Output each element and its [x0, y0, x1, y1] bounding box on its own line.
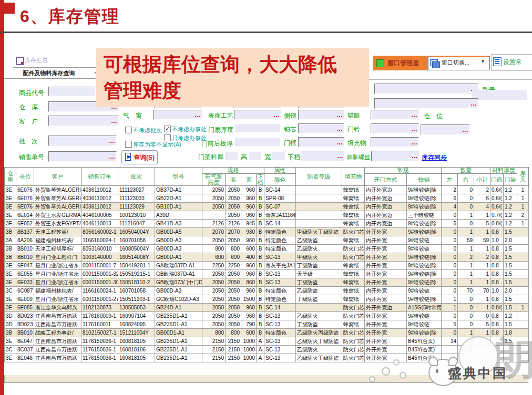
table-cell[interactable]: 丁级防盗 — [296, 320, 342, 329]
table-cell[interactable]: 1.5 — [504, 253, 517, 262]
table-cell[interactable]: 乙级防火 — [296, 346, 342, 354]
browse-icon[interactable] — [336, 139, 343, 144]
table-cell[interactable]: GB235D1-A1 — [155, 337, 202, 346]
table-cell[interactable]: 3A — [5, 236, 16, 245]
table-cell[interactable]: 蜂窝纸 — [342, 320, 365, 329]
table-cell[interactable]: 1.2 — [504, 194, 517, 203]
table-cell[interactable]: 8102150027-1 — [81, 329, 118, 337]
table-cell[interactable]: SC-07 — [264, 203, 296, 211]
table-cell[interactable]: GA欧瑞037D-A1 — [155, 262, 202, 270]
position-input[interactable] — [421, 124, 470, 135]
browse-icon[interactable] — [470, 101, 477, 106]
table-cell[interactable]: 1.0 — [490, 287, 504, 295]
table-cell[interactable]: B — [257, 320, 264, 329]
table-cell[interactable]: 乙级防火丙级防盗 — [296, 329, 342, 337]
table-cell[interactable]: 0 — [442, 253, 458, 262]
table-cell[interactable]: 2250 — [226, 262, 241, 270]
browse-icon[interactable] — [462, 127, 468, 132]
table-cell[interactable]: 外开外宽 — [365, 320, 407, 329]
table-cell[interactable]: 160701058 — [118, 287, 155, 295]
table-cell[interactable]: 6E052 — [16, 220, 34, 228]
table-cell[interactable]: 2050 — [202, 287, 226, 295]
table-cell[interactable]: 1000 — [241, 346, 257, 354]
table-cell[interactable]: 8A206 — [16, 236, 34, 245]
table-cell[interactable]: 70 — [474, 287, 490, 295]
table-cell[interactable]: 0.8 — [490, 270, 504, 278]
table-cell[interactable]: GB00D-A3 — [155, 287, 202, 295]
table-cell[interactable]: 0.8 — [490, 295, 504, 304]
frame-height-input[interactable] — [249, 152, 261, 160]
table-cell[interactable]: 1 — [442, 295, 458, 304]
table-cell[interactable]: 800 — [226, 329, 241, 337]
table-cell[interactable]: 9#暗铰链(除 — [407, 253, 442, 262]
table-cell[interactable]: 2050 — [226, 186, 241, 194]
table-cell[interactable]: 9#暗铰链 — [407, 287, 442, 295]
table-cell[interactable]: 蜂窝纸 — [342, 287, 365, 295]
table-cell[interactable]: SC-14 — [264, 220, 296, 228]
air-window-input[interactable] — [153, 110, 202, 120]
table-cell[interactable]: 960 — [241, 270, 257, 278]
frame-thickness-input[interactable] — [225, 152, 238, 160]
table-cell[interactable]: 2050 — [226, 304, 241, 312]
table-cell[interactable]: 2050 — [226, 203, 241, 211]
table-cell[interactable]: 8B010 — [16, 245, 34, 253]
table-cell[interactable]: 3E — [5, 220, 16, 228]
table-cell[interactable]: 600 — [241, 245, 257, 253]
table-cell[interactable]: 3C — [5, 346, 16, 354]
table-row[interactable]: 3A8A206福建福州林纯表/1166160024-1160701058GB00… — [5, 236, 529, 245]
table-cell[interactable]: 星月门业/浙江省永 — [34, 262, 81, 270]
table-cell[interactable]: 0.8 — [490, 253, 504, 262]
table-cell[interactable]: 特定颜色 — [264, 329, 296, 337]
batch-input[interactable] — [48, 136, 117, 146]
table-cell[interactable]: 9#暗铰链 — [407, 312, 442, 320]
table-cell[interactable]: 8D023 — [16, 320, 34, 329]
table-cell[interactable]: 星月门业工程样门 — [34, 253, 81, 262]
table-cell[interactable]: GB37D-A1 — [155, 186, 202, 194]
table-cell[interactable]: 1 — [474, 295, 490, 304]
table-cell[interactable]: 2050 — [202, 270, 226, 278]
table-cell[interactable]: 内开外宽边 — [365, 203, 407, 211]
table-cell[interactable]: 乙级防火 — [296, 245, 342, 253]
table-cell[interactable]: 3B — [5, 228, 16, 236]
table-cell[interactable]: 蜂窝纸 — [342, 211, 365, 220]
table-cell[interactable]: 860 — [241, 278, 257, 287]
door-leaf-thickness-input[interactable] — [235, 124, 280, 132]
table-cell[interactable]: 2070 — [202, 228, 226, 236]
table-row[interactable]: 3E6E076外贸鲁琴芳ALGERI4036110012111123029GB1… — [5, 203, 529, 211]
table-cell[interactable]: 1.2 — [504, 186, 517, 194]
table-cell[interactable]: 战略工程办事处/ — [34, 329, 81, 337]
table-cell[interactable]: 蜂窝纸 — [342, 236, 365, 245]
table-cell[interactable]: 0.8 — [490, 228, 504, 236]
model-aux-input[interactable] — [472, 90, 527, 100]
table-cell[interactable]: 4 — [474, 203, 490, 211]
table-cell[interactable]: A — [257, 337, 264, 346]
table-cell[interactable]: 5 — [474, 320, 490, 329]
table-cell[interactable]: 4 — [442, 203, 458, 211]
table-cell[interactable]: 1 — [517, 194, 529, 203]
table-cell[interactable] — [517, 278, 529, 287]
table-cell[interactable]: 0 — [442, 278, 458, 287]
table-cell[interactable]: GB24D-A1 — [155, 304, 202, 312]
table-cell[interactable]: 6E076 — [16, 186, 34, 194]
table-cell[interactable]: B — [257, 186, 264, 194]
table-cell[interactable]: SC-14 — [264, 304, 296, 312]
table-cell[interactable]: B — [257, 203, 264, 211]
table-cell[interactable]: 3B — [5, 329, 16, 337]
table-cell[interactable]: 1000 — [241, 337, 257, 346]
table-cell[interactable]: B — [257, 295, 264, 304]
table-cell[interactable] — [202, 211, 226, 220]
table-cell[interactable]: 3E — [5, 295, 16, 304]
model-input-2[interactable] — [374, 98, 478, 109]
browse-icon[interactable] — [111, 118, 117, 123]
table-cell[interactable]: 0 — [458, 320, 474, 329]
table-cell[interactable] — [517, 270, 529, 278]
table-cell[interactable]: 0 — [442, 228, 458, 236]
doorbell-input[interactable] — [371, 123, 419, 133]
table-cell[interactable]: 960 — [241, 304, 257, 312]
table-cell[interactable]: 内开外宽边 — [365, 186, 407, 194]
table-cell[interactable]: B45Y(合页) — [407, 346, 442, 354]
table-cell[interactable]: 外开外宽 — [365, 329, 407, 337]
table-cell[interactable]: 外开外宽 — [365, 253, 407, 262]
table-cell[interactable]: 6C087 — [16, 287, 34, 295]
table-cell[interactable]: 1003140000 — [81, 253, 118, 262]
